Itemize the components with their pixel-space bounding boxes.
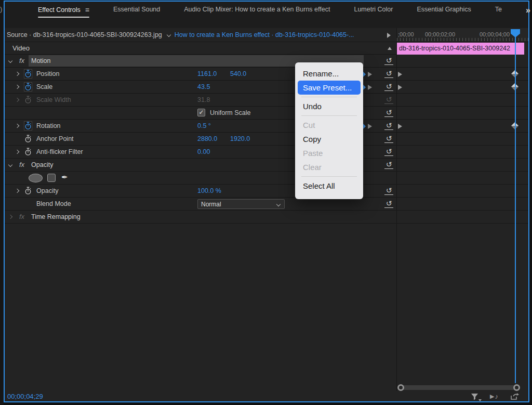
video-section-header[interactable]: Video: [5, 42, 396, 55]
menu-item-cut: Cut: [295, 118, 363, 132]
property-value[interactable]: 31.8: [197, 96, 210, 103]
expand-chevron-icon[interactable]: [15, 85, 19, 89]
zoom-scrollbar-track[interactable]: [401, 385, 517, 390]
reset-parameter-icon[interactable]: ↺: [384, 147, 393, 156]
menu-item-rename[interactable]: Rename...: [295, 67, 363, 81]
stopwatch-icon[interactable]: [24, 187, 32, 195]
stopwatch-icon[interactable]: [24, 83, 32, 91]
chevron-down-icon[interactable]: [167, 33, 171, 37]
collapse-up-icon[interactable]: [388, 47, 392, 50]
reset-parameter-icon[interactable]: ↺: [384, 82, 393, 91]
tab-te[interactable]: Te: [495, 6, 502, 17]
timeline-ruler[interactable]: ;00;0000;00;02;0000;00;04;00: [397, 28, 528, 42]
chevron-down-icon: [276, 202, 281, 206]
tab-audio-clip-mixer-how-to-create-a-ken-burns-effect[interactable]: Audio Clip Mixer: How to create a Ken Bu…: [184, 6, 330, 17]
expand-chevron-icon[interactable]: [15, 150, 19, 154]
zoom-handle-left[interactable]: [397, 384, 404, 391]
effect-row-anti-flicker-filter: Anti-flicker Filter0.00↺: [5, 146, 528, 159]
keyframe-offscreen-arrow-icon: [398, 124, 402, 129]
tab-label: Te: [495, 6, 502, 13]
effect-controls-panel: Effect Controls≡Essential SoundAudio Cli…: [4, 1, 529, 402]
menu-item-save-preset[interactable]: Save Preset...: [298, 81, 361, 95]
rectangle-mask-icon[interactable]: [47, 174, 56, 182]
property-value[interactable]: 1161.0: [197, 70, 217, 77]
add-keyframe-icon[interactable]: [363, 72, 366, 77]
context-menu: Rename...Save Preset...UndoCutCopyPasteC…: [295, 62, 363, 199]
effect-row-position: Position1161.0540.0↺: [5, 68, 528, 81]
property-value[interactable]: 43.5: [197, 83, 210, 90]
tab-overflow-icon[interactable]: »: [526, 6, 530, 15]
property-value[interactable]: 1920.0: [230, 135, 250, 142]
stopwatch-icon[interactable]: [24, 96, 32, 104]
effect-name-label[interactable]: Time Remapping: [31, 213, 81, 220]
panel-menu-icon[interactable]: ≡: [85, 6, 89, 14]
effect-name-label[interactable]: Motion: [31, 57, 51, 64]
next-keyframe-icon[interactable]: [368, 124, 372, 129]
reset-parameter-icon[interactable]: ↺: [384, 69, 393, 78]
property-label: Scale Width: [36, 96, 71, 103]
reset-parameter-icon[interactable]: ↺: [384, 134, 393, 143]
stopwatch-icon[interactable]: [24, 122, 32, 130]
export-frame-icon[interactable]: [510, 393, 519, 400]
play-audio-only-icon[interactable]: ▶♪: [490, 393, 499, 400]
effect-row-mask-tools: ✒: [5, 172, 528, 185]
timeline-zoom-scrollbar[interactable]: [397, 384, 520, 391]
uniform-scale-checkbox[interactable]: ✓: [197, 109, 205, 116]
tab-essential-graphics[interactable]: Essential Graphics: [417, 6, 471, 17]
zoom-handle-right[interactable]: [513, 384, 520, 391]
property-value[interactable]: 100.0 %: [197, 187, 221, 194]
panel-timeline-divider[interactable]: [396, 28, 397, 391]
property-label: Anchor Point: [36, 135, 74, 142]
tab-label: Effect Controls: [38, 6, 81, 14]
source-clip-name: Source · db-316-tropics-010-4065-SBI-300…: [7, 31, 162, 38]
collapse-chevron-icon[interactable]: [8, 59, 12, 63]
tab-effect-controls[interactable]: Effect Controls≡: [38, 6, 89, 18]
add-keyframe-icon[interactable]: [363, 124, 366, 129]
menu-item-paste: Paste: [295, 146, 363, 160]
expand-chevron-icon[interactable]: [15, 98, 19, 102]
next-keyframe-icon[interactable]: [368, 72, 372, 77]
property-value[interactable]: 2880.0: [197, 135, 217, 142]
tab-lumetri-color[interactable]: Lumetri Color: [354, 6, 393, 17]
menu-item-undo[interactable]: Undo: [295, 99, 363, 113]
expand-chevron-icon[interactable]: [15, 189, 19, 193]
tab-label: Essential Sound: [113, 6, 160, 13]
collapse-chevron-icon[interactable]: [8, 163, 12, 167]
stopwatch-icon[interactable]: [24, 148, 32, 156]
ellipse-mask-icon[interactable]: [29, 174, 43, 182]
reset-parameter-icon[interactable]: ↺: [384, 108, 393, 117]
playhead-line: [515, 36, 516, 383]
current-timecode[interactable]: 00;00;04;29: [5, 393, 43, 400]
filter-properties-icon[interactable]: [471, 393, 478, 400]
expand-chevron-icon[interactable]: [8, 215, 12, 219]
menu-item-select-all[interactable]: Select All: [295, 179, 363, 193]
property-label: Position: [36, 70, 59, 77]
tab-label: Essential Graphics: [417, 6, 471, 13]
property-value[interactable]: 540.0: [230, 70, 246, 77]
effect-row-opacity: fxOpacity↺: [5, 159, 528, 172]
reset-parameter-icon[interactable]: ↺: [384, 199, 393, 208]
effect-row-blend-mode: Blend ModeNormal↺: [5, 198, 528, 211]
truncated-tab-text: ): [0, 5, 2, 13]
expand-chevron-icon[interactable]: [15, 72, 19, 76]
property-value[interactable]: 0.00: [197, 148, 210, 155]
stopwatch-icon[interactable]: [24, 135, 32, 143]
reset-parameter-icon[interactable]: ↺: [384, 186, 393, 195]
effect-row-anchor-point: Anchor Point2880.01920.0↺: [5, 133, 528, 146]
effect-name-label[interactable]: Opacity: [31, 161, 53, 168]
play-arrow-icon[interactable]: [387, 33, 391, 38]
property-value[interactable]: 0.5 °: [197, 122, 211, 129]
next-keyframe-icon[interactable]: [368, 85, 372, 90]
timeline-clip[interactable]: db-316-tropics-010-4065-SBI-3009242: [397, 43, 524, 55]
reset-parameter-icon[interactable]: ↺: [384, 121, 393, 130]
expand-chevron-icon[interactable]: [15, 124, 19, 128]
tab-essential-sound[interactable]: Essential Sound: [113, 6, 160, 17]
blend-mode-dropdown[interactable]: Normal: [197, 199, 285, 209]
pen-mask-icon[interactable]: ✒: [61, 173, 68, 182]
reset-parameter-icon[interactable]: ↺: [384, 56, 393, 65]
reset-parameter-icon[interactable]: ↺: [384, 160, 393, 169]
stopwatch-icon[interactable]: [24, 70, 32, 78]
sequence-clip-link[interactable]: How to create a Ken Burns effect · db-31…: [175, 31, 354, 38]
add-keyframe-icon[interactable]: [363, 85, 366, 90]
menu-item-copy[interactable]: Copy: [295, 132, 363, 146]
